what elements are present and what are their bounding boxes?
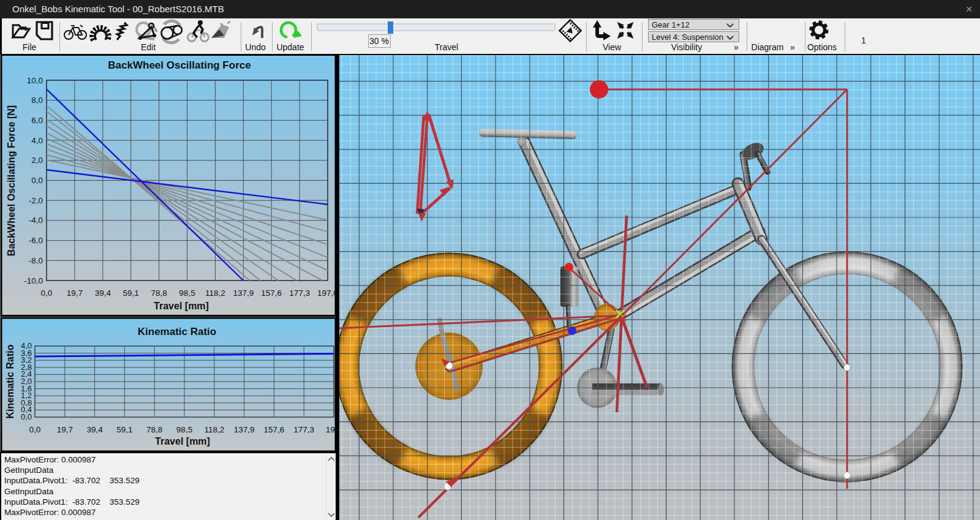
svg-text:-2,0: -2,0 (29, 196, 43, 205)
svg-text:59,1: 59,1 (116, 425, 132, 434)
svg-text:137,9: 137,9 (234, 425, 255, 434)
svg-text:Kinematic Ratio: Kinematic Ratio (5, 344, 15, 418)
svg-text:BackWheel Oscillating Force [N: BackWheel Oscillating Force [N] (6, 105, 17, 256)
svg-text:157,6: 157,6 (264, 425, 285, 434)
svg-text:4,0: 4,0 (31, 136, 43, 145)
svg-text:177,3: 177,3 (293, 425, 314, 434)
svg-text:98,5: 98,5 (179, 288, 195, 298)
svg-text:2,0: 2,0 (31, 156, 43, 165)
svg-text:-10,0: -10,0 (24, 276, 43, 285)
svg-text:39,4: 39,4 (95, 288, 111, 298)
svg-text:59,1: 59,1 (123, 288, 139, 298)
svg-text:30 %: 30 % (369, 36, 389, 46)
svg-text:8,0: 8,0 (31, 96, 43, 105)
svg-text:118,2: 118,2 (205, 288, 225, 298)
svg-text:39,4: 39,4 (86, 425, 103, 434)
svg-text:0,0: 0,0 (21, 412, 32, 421)
svg-text:19,7: 19,7 (57, 425, 73, 434)
svg-text:78,8: 78,8 (151, 288, 167, 298)
svg-text:Travel [mm]: Travel [mm] (155, 436, 210, 447)
svg-text:Travel [mm]: Travel [mm] (154, 301, 209, 311)
svg-text:118,2: 118,2 (204, 425, 224, 434)
svg-text:19,7: 19,7 (67, 288, 83, 298)
svg-text:-6,0: -6,0 (29, 236, 43, 245)
svg-text:BackWheel Oscillating Force: BackWheel Oscillating Force (108, 59, 251, 71)
svg-text:78,8: 78,8 (146, 425, 162, 434)
svg-text:10,0: 10,0 (27, 76, 43, 85)
svg-text:-8,0: -8,0 (29, 256, 43, 265)
svg-text:6,0: 6,0 (31, 116, 43, 125)
svg-text:-4,0: -4,0 (29, 216, 43, 225)
svg-text:137,9: 137,9 (233, 288, 254, 298)
svg-text:98,5: 98,5 (176, 425, 192, 434)
svg-text:177,3: 177,3 (289, 288, 310, 298)
svg-text:0,0: 0,0 (29, 425, 41, 434)
svg-text:0,0: 0,0 (31, 176, 43, 185)
svg-text:157,6: 157,6 (261, 288, 282, 298)
svg-text:Kinematic Ratio: Kinematic Ratio (138, 326, 216, 337)
svg-text:197,0: 197,0 (317, 288, 337, 298)
svg-text:0,0: 0,0 (41, 288, 53, 298)
